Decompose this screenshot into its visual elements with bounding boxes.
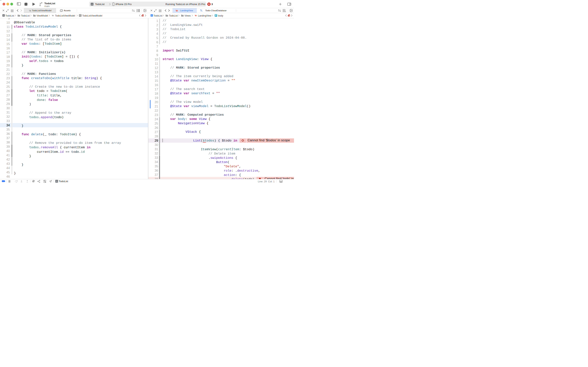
svg-text:C: C — [79, 14, 81, 17]
svg-text:P: P — [215, 14, 217, 17]
